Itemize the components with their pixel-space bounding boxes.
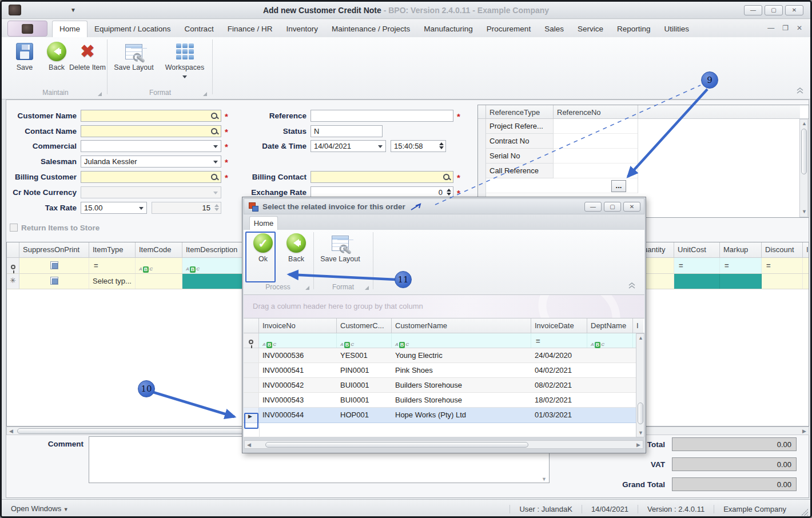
column-header-markup[interactable]: Markup: [720, 242, 762, 257]
column-header-discount[interactable]: Discount: [762, 242, 803, 257]
column-header-itemtype[interactable]: ItemType: [89, 242, 136, 257]
return-items-checkbox[interactable]: [10, 224, 18, 232]
reference-row-serial[interactable]: Serial No: [486, 149, 554, 164]
contact-name-input[interactable]: [81, 125, 221, 137]
tab-home[interactable]: Home: [52, 21, 87, 37]
mdi-minimize-icon[interactable]: —: [767, 24, 774, 32]
ribbon-collapse-icon[interactable]: [795, 87, 805, 94]
column-header-customername[interactable]: CustomerName: [392, 318, 531, 333]
billing-contact-input[interactable]: [311, 171, 453, 183]
invoice-grid-hscrollbar[interactable]: ◀ ▶: [244, 440, 643, 449]
tab-sales[interactable]: Sales: [538, 21, 571, 37]
group-dialog-launcher-icon[interactable]: [365, 286, 369, 290]
scroll-down-icon[interactable]: ▼: [638, 430, 643, 436]
chevron-down-icon[interactable]: [139, 207, 144, 210]
cr-note-currency-select[interactable]: [81, 186, 221, 198]
tax-rate-amount-spinner[interactable]: 15: [152, 202, 221, 214]
tab-reporting[interactable]: Reporting: [610, 21, 658, 37]
workspaces-button[interactable]: Workspaces: [163, 41, 206, 80]
search-icon[interactable]: [210, 112, 218, 120]
dialog-minimize-button[interactable]: —: [584, 202, 602, 212]
filter-pin-icon[interactable]: [11, 265, 15, 269]
scroll-up-icon[interactable]: ▲: [802, 121, 807, 126]
column-header-suppressonprint[interactable]: SuppressOnPrint: [19, 242, 89, 257]
reference-row-contract[interactable]: Contract No: [486, 134, 554, 149]
dialog-back-button[interactable]: Back: [281, 232, 311, 263]
column-header-itemcode[interactable]: ItemCode: [136, 242, 182, 257]
column-header-partial[interactable]: I: [803, 242, 809, 257]
newrow-itemtype[interactable]: Select typ...: [89, 274, 136, 289]
reference-row-call[interactable]: Call Reference: [486, 164, 554, 178]
search-icon[interactable]: [443, 173, 451, 181]
save-button[interactable]: Save: [6, 41, 43, 71]
tab-procurement[interactable]: Procurement: [480, 21, 538, 37]
dialog-close-button[interactable]: ✕: [623, 202, 640, 212]
filter-markup[interactable]: =: [720, 258, 762, 273]
mdi-restore-icon[interactable]: ❐: [782, 24, 789, 32]
maximize-button[interactable]: ▢: [765, 5, 783, 15]
filter-invoicedate[interactable]: =: [531, 333, 587, 348]
checkbox-icon[interactable]: [50, 261, 58, 269]
newrow-itemcode[interactable]: [136, 274, 182, 289]
invoice-row-selected[interactable]: ▶ INV0000544 HOP001 Hope Works (Pty) Ltd…: [244, 408, 644, 423]
group-dialog-launcher-icon[interactable]: [305, 286, 309, 290]
resize-grip[interactable]: [801, 509, 808, 516]
spinner-icon[interactable]: [214, 204, 219, 211]
scroll-right-icon[interactable]: ▶: [802, 428, 806, 434]
time-spinner[interactable]: 15:40:58: [391, 140, 446, 152]
scroll-left-icon[interactable]: ◀: [9, 428, 13, 434]
dialog-tab-home[interactable]: Home: [249, 216, 278, 230]
column-header-unitcost[interactable]: UnitCost: [674, 242, 720, 257]
dialog-ribbon-collapse-icon[interactable]: [627, 282, 636, 289]
invoice-row[interactable]: INV0000536 YES001 Young Electric 24/04/2…: [244, 348, 644, 363]
filter-itemcode[interactable]: ABC: [136, 258, 182, 273]
comment-scroll-down-icon[interactable]: ▼: [542, 476, 547, 482]
date-select[interactable]: 14/04/2021: [311, 140, 386, 152]
tab-maintenance-projects[interactable]: Maintenance / Projects: [325, 21, 417, 37]
reference-input[interactable]: [311, 110, 453, 122]
search-icon[interactable]: [210, 173, 218, 181]
newrow-unitcost-selected-cell[interactable]: [674, 274, 720, 289]
column-header-invoiceno[interactable]: InvoiceNo: [259, 318, 337, 333]
tab-utilities[interactable]: Utilities: [657, 21, 696, 37]
column-header-referenceno[interactable]: ReferenceNo: [554, 105, 638, 118]
scroll-right-icon[interactable]: ▶: [636, 442, 640, 448]
billing-customer-input[interactable]: [81, 171, 221, 183]
scroll-down-icon[interactable]: ▼: [802, 209, 807, 214]
chevron-down-icon[interactable]: [378, 145, 383, 148]
search-icon[interactable]: [210, 127, 218, 136]
scroll-left-icon[interactable]: ◀: [247, 442, 251, 448]
invoice-grid-vscrollbar[interactable]: ▲ ▼: [636, 333, 644, 437]
filter-itemtype[interactable]: =: [89, 258, 136, 273]
reference-row-project[interactable]: Project Refere...: [486, 119, 554, 134]
salesman-select[interactable]: Julanda Kessler: [81, 156, 221, 168]
column-header-referencetype[interactable]: ReferenceType: [486, 105, 554, 118]
filter-invoiceno[interactable]: ABC: [259, 333, 337, 348]
newrow-discount[interactable]: [762, 274, 803, 289]
mdi-close-icon[interactable]: ✕: [797, 24, 802, 32]
dialog-maximize-button[interactable]: ▢: [604, 202, 621, 212]
group-dialog-launcher-icon[interactable]: [98, 92, 102, 96]
filter-customercode[interactable]: ABC: [337, 333, 392, 348]
column-header-invoicedate[interactable]: InvoiceDate: [531, 318, 587, 333]
dialog-save-layout-button[interactable]: Save Layout: [317, 232, 364, 263]
chevron-down-icon[interactable]: [213, 161, 218, 164]
scroll-up-icon[interactable]: ▲: [638, 335, 643, 341]
filter-suppress[interactable]: [19, 258, 89, 273]
newrow-suppress[interactable]: [19, 274, 89, 289]
delete-item-button[interactable]: ✖ Delete Item: [69, 41, 106, 71]
tab-equipment-locations[interactable]: Equipment / Locations: [87, 21, 178, 37]
close-button[interactable]: ✕: [785, 5, 803, 15]
referenceno-cells[interactable]: [554, 119, 638, 178]
invoice-row[interactable]: INV0000542 BUI0001 Builders Storehouse 0…: [244, 378, 644, 393]
tab-manufacturing[interactable]: Manufacturing: [417, 21, 480, 37]
filter-discount[interactable]: =: [762, 258, 803, 273]
spinner-icon[interactable]: [439, 142, 444, 149]
chevron-down-icon[interactable]: [213, 145, 218, 148]
invoice-row[interactable]: INV0000543 BUI0001 Builders Storehouse 1…: [244, 393, 644, 408]
column-header-customercode[interactable]: CustomerC...: [337, 318, 392, 333]
status-input[interactable]: N: [311, 125, 383, 137]
filter-deptname[interactable]: ABC: [587, 333, 633, 348]
spinner-icon[interactable]: [447, 189, 451, 196]
newrow-markup-selected-cell[interactable]: [720, 274, 762, 289]
